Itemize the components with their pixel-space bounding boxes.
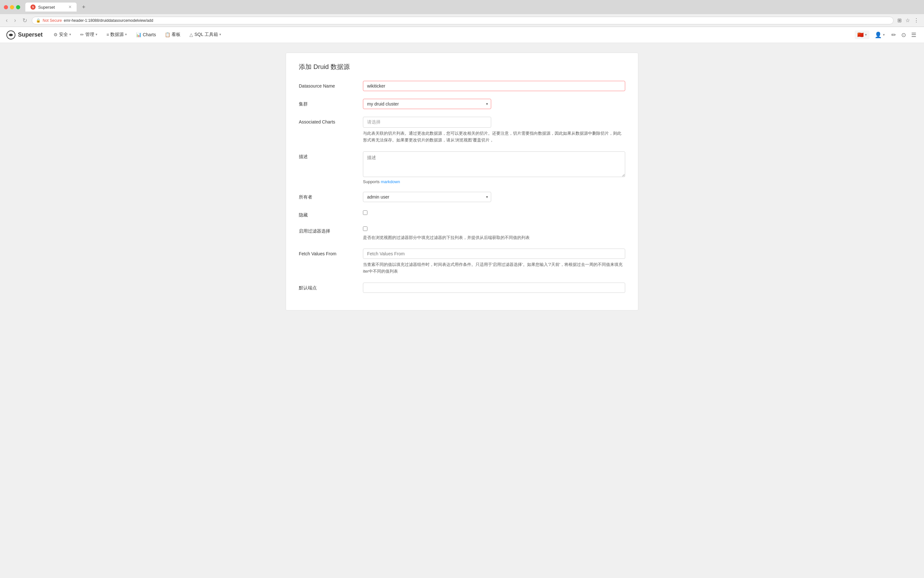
- brand-name: Superset: [18, 31, 43, 38]
- form-group-default-endpoint: 默认端点: [299, 283, 625, 293]
- owner-label: 所有者: [299, 192, 363, 200]
- new-tab-button[interactable]: +: [79, 3, 88, 11]
- nav-manage-label: 管理: [85, 32, 94, 37]
- default-endpoint-label: 默认端点: [299, 283, 363, 291]
- fetch-values-label: Fetch Values From: [299, 248, 363, 256]
- nav-item-security[interactable]: ⚙ 安全 ▾: [49, 27, 76, 43]
- cluster-field: my druid cluster ▾: [363, 99, 625, 109]
- edit-icon[interactable]: ✏: [890, 30, 897, 40]
- form-group-associated-charts: Associated Charts 请选择 与此表关联的切片列表。通过更改此数据…: [299, 117, 625, 144]
- not-secure-label: Not Secure: [43, 18, 62, 23]
- pencil-icon: ✏: [80, 32, 84, 37]
- associated-charts-input[interactable]: 请选择: [363, 117, 491, 128]
- nav-sql-label: SQL 工具箱: [194, 32, 218, 37]
- dashboard-icon: 📋: [165, 32, 170, 37]
- flag-icon: 🇨🇳: [857, 32, 864, 38]
- bookmark-button[interactable]: ☆: [904, 16, 911, 25]
- browser-tab[interactable]: S Superset ×: [25, 3, 77, 11]
- nav-item-sql[interactable]: △ SQL 工具箱 ▾: [185, 27, 225, 43]
- browser-chrome: S Superset × + ‹ › ↻ 🔒 Not Secure emr-he…: [0, 0, 924, 27]
- close-dot[interactable]: [4, 5, 8, 9]
- chevron-down-icon: ▾: [96, 32, 97, 37]
- settings-icon: ⚙: [53, 32, 58, 37]
- brand[interactable]: Superset: [6, 31, 43, 39]
- form-group-cluster: 集群 my druid cluster ▾: [299, 99, 625, 109]
- cluster-select-wrapper: my druid cluster ▾: [363, 99, 491, 109]
- nav-datasource-label: 数据源: [110, 32, 124, 37]
- datasource-name-label: Datasource Name: [299, 81, 363, 89]
- lock-icon: 🔒: [36, 18, 41, 23]
- associated-charts-label: Associated Charts: [299, 117, 363, 125]
- database-icon: ≡: [107, 32, 109, 37]
- window-controls: [4, 5, 20, 9]
- form-group-filter-select: 启用过滤器选择 是否在浏览视图的过滤器部分中填充过滤器的下拉列表，并提供从后端获…: [299, 226, 625, 241]
- fetch-values-input[interactable]: [363, 248, 625, 259]
- app-navbar: Superset ⚙ 安全 ▾ ✏ 管理 ▾ ≡ 数据源 ▾ 📊 Charts …: [0, 27, 924, 43]
- default-endpoint-input[interactable]: [363, 283, 625, 293]
- address-bar[interactable]: 🔒 Not Secure emr-header-1:18088/druiddat…: [32, 17, 893, 24]
- tab-label: Superset: [38, 5, 55, 10]
- back-button[interactable]: ‹: [4, 16, 10, 24]
- filter-select-checkbox[interactable]: [363, 226, 367, 231]
- more-button[interactable]: ⋮: [913, 16, 920, 25]
- url-text: emr-header-1:18088/druiddatasourcemodelv…: [64, 18, 153, 23]
- markdown-link[interactable]: markdown: [381, 179, 400, 184]
- brand-icon: [6, 31, 15, 39]
- filter-select-description: 是否在浏览视图的过滤器部分中填充过滤器的下拉列表，并提供从后端获取的不同值的列表: [363, 234, 625, 241]
- hidden-label: 隐藏: [299, 210, 363, 218]
- minimize-dot[interactable]: [10, 5, 14, 9]
- language-button[interactable]: 🇨🇳 ▾: [855, 31, 869, 39]
- github-icon[interactable]: ⊙: [900, 30, 907, 40]
- browser-toolbar: ‹ › ↻ 🔒 Not Secure emr-header-1:18088/dr…: [0, 14, 924, 27]
- description-textarea[interactable]: [363, 151, 625, 177]
- docs-icon[interactable]: ☰: [910, 30, 918, 40]
- associated-charts-field: 请选择 与此表关联的切片列表。通过更改此数据源，您可以更改相关的切片。还要注意，…: [363, 117, 625, 144]
- tab-close-button[interactable]: ×: [69, 5, 71, 10]
- translate-button[interactable]: ⊞: [896, 16, 903, 25]
- maximize-dot[interactable]: [16, 5, 20, 9]
- nav-item-charts[interactable]: 📊 Charts: [131, 27, 160, 43]
- nav-dashboard-label: 看板: [172, 32, 180, 37]
- description-label: 描述: [299, 151, 363, 160]
- form-group-hidden: 隐藏: [299, 210, 625, 218]
- cluster-select[interactable]: my druid cluster: [363, 99, 491, 109]
- browser-titlebar: S Superset × +: [0, 0, 924, 14]
- cluster-label: 集群: [299, 99, 363, 107]
- form-title: 添加 Druid 数据源: [299, 63, 625, 71]
- sql-icon: △: [190, 32, 193, 37]
- refresh-button[interactable]: ↻: [21, 16, 29, 25]
- form-group-owner: 所有者 admin user ▾: [299, 192, 625, 202]
- datasource-name-field: [363, 81, 625, 91]
- fetch-values-field: 当查索不同的值以填充过滤器组件时，时间表达式用作条件。只适用于'启用过滤器选择'…: [363, 248, 625, 275]
- forward-button[interactable]: ›: [12, 16, 18, 24]
- form-group-fetch-values: Fetch Values From 当查索不同的值以填充过滤器组件时，时间表达式…: [299, 248, 625, 275]
- filter-select-field: 是否在浏览视图的过滤器部分中填充过滤器的下拉列表，并提供从后端获取的不同值的列表: [363, 226, 625, 241]
- nav-actions: 🇨🇳 ▾ 👤 ▾ ✏ ⊙ ☰: [855, 30, 918, 40]
- chevron-down-icon: ▾: [125, 32, 127, 37]
- user-icon: 👤: [875, 31, 882, 39]
- nav-item-manage[interactable]: ✏ 管理 ▾: [76, 27, 102, 43]
- datasource-name-input[interactable]: [363, 81, 625, 91]
- nav-charts-label: Charts: [143, 32, 156, 37]
- associated-charts-placeholder: 请选择: [367, 119, 381, 125]
- chevron-down-icon: ▾: [883, 33, 885, 37]
- chevron-down-icon: ▾: [69, 32, 71, 37]
- owner-select-wrapper: admin user ▾: [363, 192, 491, 202]
- filter-select-label: 启用过滤器选择: [299, 226, 363, 234]
- form-group-description: 描述 Supports markdown: [299, 151, 625, 184]
- nav-menu: ⚙ 安全 ▾ ✏ 管理 ▾ ≡ 数据源 ▾ 📊 Charts 📋 看板 △ SQ…: [49, 27, 855, 43]
- user-menu-button[interactable]: 👤 ▾: [872, 30, 887, 40]
- nav-security-label: 安全: [59, 32, 68, 37]
- nav-item-dashboard[interactable]: 📋 看板: [160, 27, 185, 43]
- main-content: 添加 Druid 数据源 Datasource Name 集群 my druid…: [0, 43, 924, 578]
- chevron-down-icon: ▾: [219, 32, 221, 37]
- hidden-checkbox[interactable]: [363, 210, 367, 215]
- supports-text: Supports: [363, 179, 381, 184]
- owner-select[interactable]: admin user: [363, 192, 491, 202]
- tab-favicon: S: [31, 5, 36, 10]
- owner-field: admin user ▾: [363, 192, 625, 202]
- hidden-field: [363, 210, 625, 216]
- markdown-note: Supports markdown: [363, 179, 625, 184]
- form-group-datasource-name: Datasource Name: [299, 81, 625, 91]
- nav-item-datasource[interactable]: ≡ 数据源 ▾: [102, 27, 131, 43]
